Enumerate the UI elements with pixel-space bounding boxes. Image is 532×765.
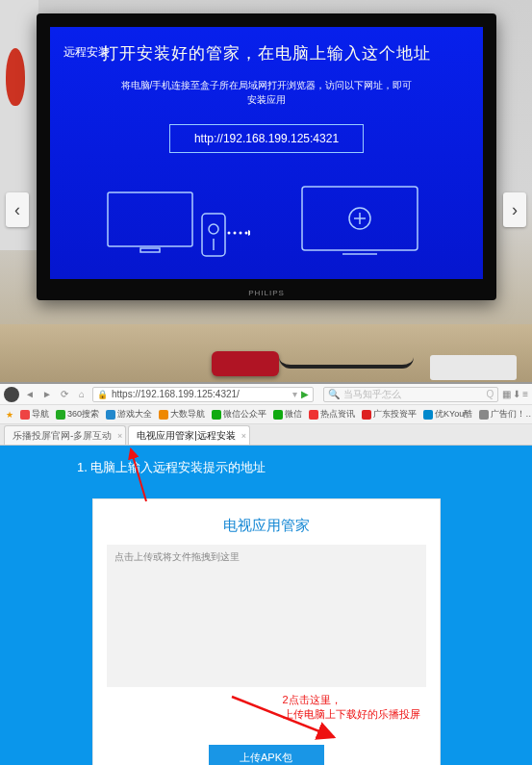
bookmark-item[interactable]: 游戏大全: [106, 408, 152, 421]
svg-point-3: [209, 224, 218, 234]
bookmark-label: 导航: [32, 408, 49, 421]
bookmark-favicon: [362, 410, 371, 420]
tv-corner-label: 远程安装: [63, 44, 110, 61]
white-device: [430, 355, 517, 380]
svg-point-5: [228, 232, 231, 235]
bookmark-favicon: [20, 410, 30, 420]
back-button[interactable]: ◄: [23, 389, 37, 399]
bookmark-label: 广东投资平: [373, 408, 417, 421]
drop-zone[interactable]: 点击上传或将文件拖拽到这里: [107, 545, 426, 687]
bookmark-favicon: [273, 410, 283, 420]
tv-desc-line2: 安装应用: [247, 94, 286, 105]
menu-icon[interactable]: ≡: [522, 389, 528, 399]
bookmark-favicon: [56, 410, 65, 420]
bookmark-label: 广告们！…: [491, 408, 532, 421]
tv-desc-line1: 将电脑/手机连接至盒子所在局域网打开浏览器，访问以下网址，即可: [121, 80, 413, 90]
upload-apk-button[interactable]: 上传APK包: [209, 745, 324, 765]
svg-point-8: [245, 232, 248, 235]
browser-window: ◄ ► ⟳ ⌂ 🔒 https://192.168.199.125:4321/ …: [0, 382, 532, 765]
forward-button[interactable]: ►: [40, 389, 54, 399]
carousel-prev-button[interactable]: ‹: [6, 192, 29, 227]
bookmark-item[interactable]: 广东投资平: [362, 408, 417, 421]
bookmark-label: 微信公众平: [223, 408, 266, 421]
bookmark-item[interactable]: 优KYou酷: [423, 408, 472, 421]
bookmark-label: 360搜索: [67, 408, 99, 421]
bookmark-label: 微信: [285, 408, 302, 421]
tv-title: 打开安装好的管家，在电脑上输入这个地址: [50, 27, 483, 64]
bookmark-favicon: [309, 410, 318, 420]
bookmark-item[interactable]: 热点资讯: [309, 408, 355, 421]
tv-box-device: [212, 351, 279, 376]
carousel-next-button[interactable]: ›: [503, 192, 526, 227]
reload-button[interactable]: ⟳: [58, 389, 71, 399]
tv-desc: 将电脑/手机连接至盒子所在局域网打开浏览器，访问以下网址，即可 安装应用: [50, 78, 483, 107]
bookmark-item[interactable]: 360搜索: [56, 408, 99, 421]
bookmark-favicon: [159, 410, 168, 420]
tv-url: http://192.168.199.125:4321: [194, 132, 339, 145]
chevron-left-icon: ‹: [14, 200, 20, 220]
bookmark-favicon: [106, 410, 115, 420]
svg-rect-0: [108, 192, 192, 246]
tv-screen: 远程安装 打开安装好的管家，在电脑上输入这个地址 将电脑/手机连接至盒子所在局域…: [50, 27, 483, 279]
search-go-icon[interactable]: Q: [486, 389, 494, 399]
profile-avatar[interactable]: [4, 387, 19, 402]
cable: [279, 357, 414, 369]
annotation-1: 1. 电脑上输入远程安装提示的地址: [77, 459, 524, 476]
tab-label: 乐播投屏官网-多屏互动: [13, 429, 112, 443]
dropdown-icon[interactable]: ▾: [292, 389, 297, 399]
red-decoration: [6, 48, 25, 106]
chevron-right-icon: ›: [512, 200, 518, 220]
desk-surface: [0, 324, 532, 382]
browser-tab[interactable]: 电视应用管家|远程安装×: [128, 425, 250, 445]
bookmark-favicon: [423, 410, 433, 420]
address-input[interactable]: 🔒 https://192.168.199.125:4321/ ▾ ▶: [92, 387, 314, 402]
tv-brand: PHILIPS: [248, 289, 285, 297]
home-button[interactable]: ⌂: [75, 389, 89, 399]
address-text: https://192.168.199.125:4321/: [112, 389, 289, 399]
favorites-icon[interactable]: ★: [6, 410, 13, 420]
bookmarks-bar: ★ 导航360搜索游戏大全大数导航微信公众平微信热点资讯广东投资平优KYou酷广…: [0, 405, 532, 424]
upload-panel: 电视应用管家 点击上传或将文件拖拽到这里 2点击这里， 上传电脑上下载好的乐播投…: [93, 499, 440, 765]
download-icon[interactable]: ⬇: [513, 389, 520, 399]
search-placeholder: 当马知乎怎么: [343, 388, 482, 401]
tv-frame: 远程安装 打开安装好的管家，在电脑上输入这个地址 将电脑/手机连接至盒子所在局域…: [37, 13, 496, 300]
bookmark-item[interactable]: 微信: [273, 408, 302, 421]
drop-hint: 点击上传或将文件拖拽到这里: [114, 551, 240, 562]
tab-close-icon[interactable]: ×: [117, 431, 122, 441]
svg-rect-1: [140, 248, 160, 252]
bookmark-label: 游戏大全: [117, 408, 152, 421]
address-bar: ◄ ► ⟳ ⌂ 🔒 https://192.168.199.125:4321/ …: [0, 384, 532, 405]
bookmark-item[interactable]: 微信公众平: [212, 408, 266, 421]
svg-point-7: [240, 232, 242, 235]
page-content: 1. 电脑上输入远程安装提示的地址 电视应用管家 点击上传或将文件拖拽到这里 2…: [0, 446, 532, 765]
go-button[interactable]: ▶: [301, 389, 309, 399]
browser-tab[interactable]: 乐播投屏官网-多屏互动×: [4, 425, 126, 445]
bookmark-label: 优KYou酷: [435, 408, 472, 421]
annotation-2: 2点击这里， 上传电脑上下载好的乐播投屏: [283, 693, 420, 723]
tab-close-icon[interactable]: ×: [241, 431, 246, 441]
devices-illustration: [106, 185, 250, 266]
svg-point-6: [234, 232, 237, 235]
annotation-2-line1: 2点击这里，: [283, 694, 342, 705]
extension-icon[interactable]: ▦: [502, 389, 511, 399]
toolbar-icons: ▦ ⬇ ≡: [502, 389, 528, 399]
bookmark-favicon: [479, 410, 489, 420]
tv-photo: 远程安装 打开安装好的管家，在电脑上输入这个地址 将电脑/手机连接至盒子所在局域…: [0, 0, 532, 382]
bookmark-label: 热点资讯: [320, 408, 355, 421]
tab-bar: 乐播投屏官网-多屏互动×电视应用管家|远程安装×: [0, 424, 532, 446]
tv-graphics: [50, 185, 483, 271]
annotation-2-line2: 上传电脑上下载好的乐播投屏: [283, 708, 420, 720]
bookmark-item[interactable]: 大数导航: [159, 408, 205, 421]
annotation-2-wrap: 2点击这里， 上传电脑上下载好的乐播投屏: [93, 687, 440, 739]
search-input[interactable]: 🔍 当马知乎怎么 Q: [323, 387, 498, 402]
bookmark-item[interactable]: 广告们！…: [479, 408, 532, 421]
bookmark-item[interactable]: 导航: [20, 408, 49, 421]
tv-url-box: http://192.168.199.125:4321: [169, 124, 364, 153]
panel-title: 电视应用管家: [93, 517, 440, 535]
lock-icon: 🔒: [97, 390, 108, 399]
bookmark-label: 大数导航: [170, 408, 205, 421]
tab-label: 电视应用管家|远程安装: [137, 429, 236, 443]
search-icon: 🔍: [328, 389, 340, 399]
tv-illustration: [300, 185, 425, 262]
bookmark-favicon: [212, 410, 221, 420]
